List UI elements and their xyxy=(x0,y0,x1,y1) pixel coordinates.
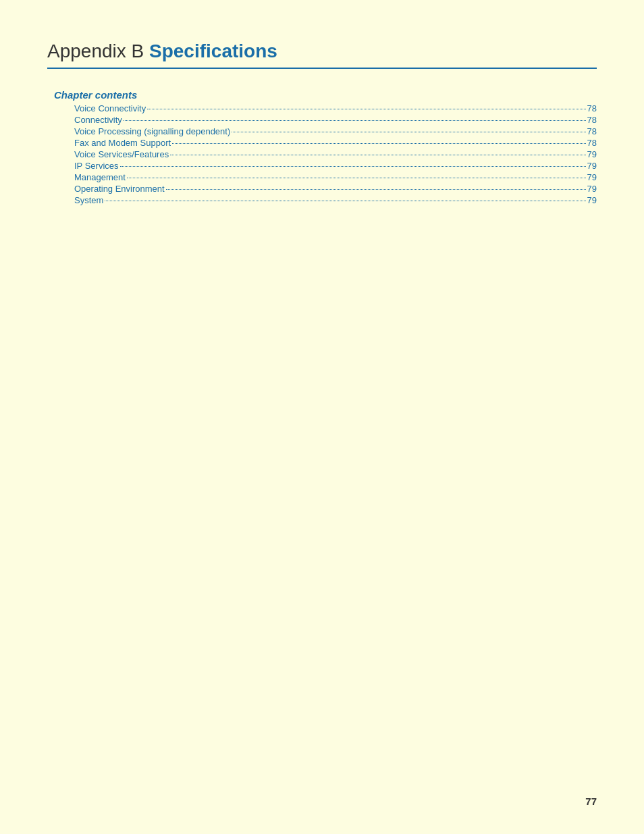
chapter-prefix: Appendix B xyxy=(47,41,149,61)
toc-dots xyxy=(147,109,585,109)
toc-page-4: 79 xyxy=(587,149,597,159)
toc-item: Connectivity78 xyxy=(74,115,597,125)
toc-page-6: 79 xyxy=(587,172,597,182)
chapter-contents-section: Chapter contents Voice Connectivity78Con… xyxy=(47,89,597,205)
toc-link-8[interactable]: System xyxy=(74,195,103,205)
toc-link-1[interactable]: Connectivity xyxy=(74,115,122,125)
toc-dots xyxy=(170,155,585,155)
toc-item: Voice Processing (signalling dependent)7… xyxy=(74,126,597,136)
toc-dots xyxy=(172,143,585,144)
toc-link-5[interactable]: IP Services xyxy=(74,161,119,171)
toc-item: IP Services79 xyxy=(74,161,597,171)
toc-item: Voice Connectivity78 xyxy=(74,103,597,113)
page-number: 77 xyxy=(585,796,597,807)
toc-item: Fax and Modem Support78 xyxy=(74,138,597,148)
toc-link-7[interactable]: Operating Environment xyxy=(74,184,165,194)
toc-link-2[interactable]: Voice Processing (signalling dependent) xyxy=(74,126,230,136)
toc-page-2: 78 xyxy=(587,126,597,136)
toc-list: Voice Connectivity78Connectivity78Voice … xyxy=(74,103,597,205)
toc-dots xyxy=(232,132,585,132)
toc-page-3: 78 xyxy=(587,138,597,148)
chapter-contents-label: Chapter contents xyxy=(54,89,597,101)
toc-link-3[interactable]: Fax and Modem Support xyxy=(74,138,171,148)
toc-link-0[interactable]: Voice Connectivity xyxy=(74,103,146,113)
toc-link-4[interactable]: Voice Services/Features xyxy=(74,149,169,159)
toc-item: Management79 xyxy=(74,172,597,182)
toc-page-0: 78 xyxy=(587,103,597,113)
toc-page-7: 79 xyxy=(587,184,597,194)
toc-dots xyxy=(105,201,585,201)
page-container: Appendix B Specifications Chapter conten… xyxy=(0,0,644,247)
toc-link-6[interactable]: Management xyxy=(74,172,126,182)
toc-dots xyxy=(127,178,586,178)
chapter-header: Appendix B Specifications xyxy=(47,41,597,69)
toc-page-1: 78 xyxy=(587,115,597,125)
toc-dots xyxy=(166,189,586,190)
toc-dots xyxy=(124,120,586,121)
toc-page-8: 79 xyxy=(587,195,597,205)
toc-page-5: 79 xyxy=(587,161,597,171)
toc-item: Operating Environment79 xyxy=(74,184,597,194)
toc-item: Voice Services/Features79 xyxy=(74,149,597,159)
toc-item: System79 xyxy=(74,195,597,205)
chapter-title: Appendix B Specifications xyxy=(47,41,597,62)
chapter-title-bold: Specifications xyxy=(149,41,277,61)
toc-dots xyxy=(120,166,586,167)
